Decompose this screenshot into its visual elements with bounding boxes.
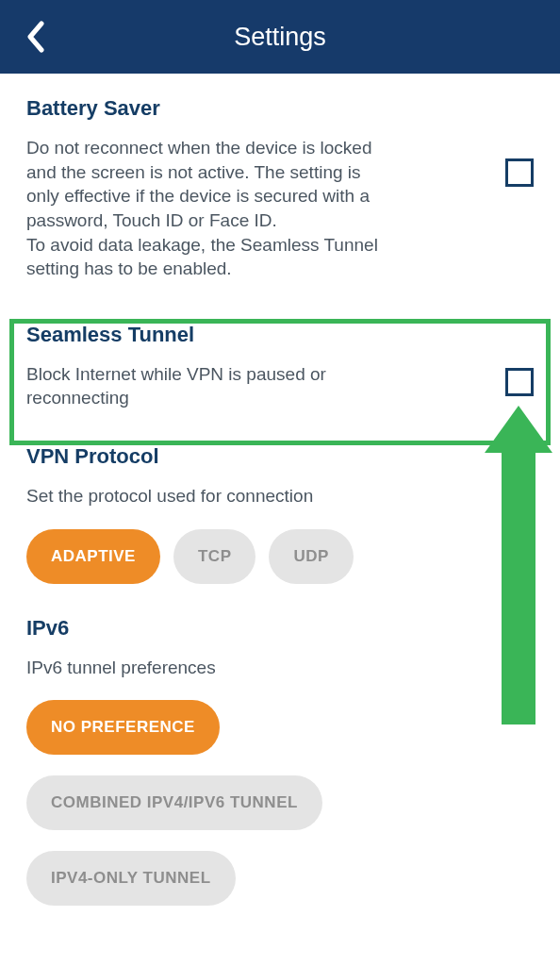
chevron-left-icon (25, 21, 47, 53)
ipv6-no-preference-button[interactable]: NO PREFERENCE (26, 700, 220, 755)
battery-saver-checkbox[interactable] (505, 158, 534, 187)
protocol-udp-button[interactable]: UDP (269, 529, 353, 584)
app-header: Settings (0, 0, 560, 74)
page-title: Settings (0, 23, 560, 52)
battery-saver-title: Battery Saver (26, 96, 534, 121)
ipv6-title: IPv6 (26, 616, 534, 641)
vpn-protocol-options: ADAPTIVE TCP UDP (26, 529, 534, 584)
battery-saver-section: Battery Saver Do not reconnect when the … (26, 96, 534, 281)
ipv6-section: IPv6 IPv6 tunnel preferences NO PREFEREN… (26, 616, 534, 907)
ipv6-combined-button[interactable]: COMBINED IPV4/IPV6 TUNNEL (26, 775, 322, 830)
ipv6-desc: IPv6 tunnel preferences (26, 656, 422, 680)
protocol-tcp-button[interactable]: TCP (173, 529, 256, 584)
seamless-tunnel-checkbox[interactable] (505, 368, 534, 396)
seamless-tunnel-section: Seamless Tunnel Block Internet while VPN… (26, 309, 534, 416)
settings-content: Battery Saver Do not reconnect when the … (0, 74, 560, 906)
battery-saver-desc-line2: To avoid data leakage, the Seamless Tunn… (26, 235, 378, 279)
protocol-adaptive-button[interactable]: ADAPTIVE (26, 529, 160, 584)
ipv6-options: NO PREFERENCE COMBINED IPV4/IPV6 TUNNEL … (26, 700, 534, 906)
seamless-tunnel-desc: Block Internet while VPN is paused or re… (26, 362, 366, 410)
vpn-protocol-title: VPN Protocol (26, 444, 534, 469)
back-button[interactable] (15, 16, 57, 58)
seamless-tunnel-title: Seamless Tunnel (26, 323, 534, 347)
ipv6-ipv4-only-button[interactable]: IPV4-ONLY TUNNEL (26, 851, 236, 906)
vpn-protocol-section: VPN Protocol Set the protocol used for c… (26, 444, 534, 584)
seamless-tunnel-row: Block Internet while VPN is paused or re… (26, 362, 534, 410)
battery-saver-desc-line1: Do not reconnect when the device is lock… (26, 138, 372, 230)
battery-saver-row: Do not reconnect when the device is lock… (26, 136, 534, 281)
vpn-protocol-desc: Set the protocol used for connection (26, 484, 422, 508)
battery-saver-desc: Do not reconnect when the device is lock… (26, 136, 385, 281)
